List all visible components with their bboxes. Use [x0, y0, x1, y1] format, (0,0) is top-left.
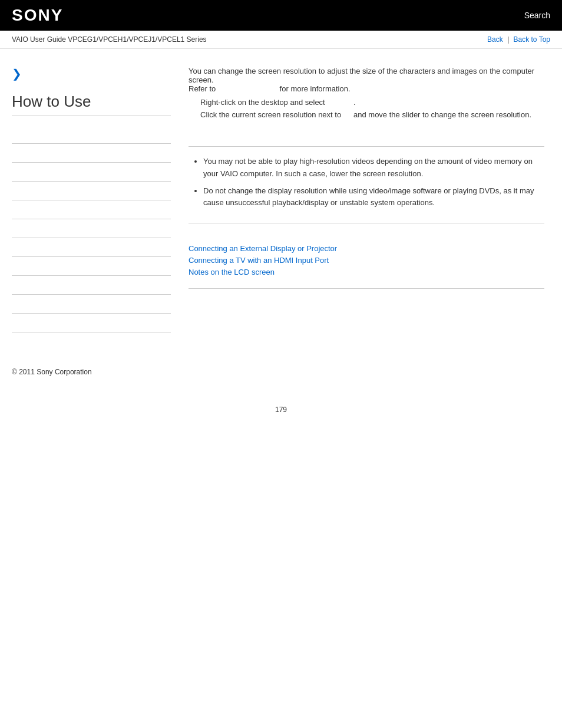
list-item	[12, 295, 171, 314]
list-item	[12, 182, 171, 200]
step2-suffix: and move the slider to change the screen…	[353, 110, 531, 119]
content-section: You can change the screen resolution to …	[189, 67, 544, 134]
step2-row: Click the current screen resolution next…	[189, 110, 544, 119]
list-item	[12, 163, 171, 182]
nav-bar: VAIO User Guide VPCEG1/VPCEH1/VPCEJ1/VPC…	[0, 31, 562, 49]
sidebar-arrow-icon[interactable]: ❯	[12, 67, 171, 81]
sidebar: ❯ How to Use	[0, 61, 183, 338]
notes-section: You may not be able to play high-resolut…	[189, 146, 544, 223]
back-link[interactable]: Back	[487, 35, 503, 44]
list-item: You may not be able to play high-resolut…	[203, 156, 544, 180]
search-button[interactable]: Search	[524, 11, 550, 20]
notes-list: You may not be able to play high-resolut…	[189, 156, 544, 209]
list-item	[12, 219, 171, 238]
step1-value: .	[353, 98, 356, 107]
refer-suffix: for more information.	[280, 84, 351, 93]
header: SONY Search	[0, 0, 562, 31]
list-item	[12, 144, 171, 163]
list-item: Do not change the display resolution whi…	[203, 185, 544, 210]
related-links-section: Connecting an External Display or Projec…	[189, 235, 544, 289]
list-item	[12, 257, 171, 276]
step2-label: Click the current screen resolution next…	[189, 110, 353, 119]
related-link-2[interactable]: Connecting a TV with an HDMI Input Port	[189, 256, 544, 265]
list-item	[12, 200, 171, 219]
page-number: 179	[0, 406, 562, 426]
sidebar-links	[12, 125, 171, 332]
sidebar-title: How to Use	[12, 93, 171, 116]
step1-label: Right-click on the desktop and select	[189, 98, 353, 107]
list-item	[12, 238, 171, 257]
content-area: You can change the screen resolution to …	[183, 61, 562, 338]
copyright-text: © 2011 Sony Corporation	[12, 368, 92, 376]
nav-separator: |	[507, 35, 511, 44]
footer: © 2011 Sony Corporation	[0, 350, 562, 382]
nav-links: Back | Back to Top	[487, 35, 550, 44]
back-to-top-label: Back	[513, 35, 529, 44]
list-item	[12, 125, 171, 144]
list-item	[12, 314, 171, 332]
intro-text: You can change the screen resolution to …	[189, 67, 544, 84]
back-to-top-link[interactable]: Back to Top	[513, 35, 550, 44]
list-item	[12, 276, 171, 295]
nav-title: VAIO User Guide VPCEG1/VPCEH1/VPCEJ1/VPC…	[12, 35, 207, 44]
main-container: ❯ How to Use You can change the screen r…	[0, 49, 562, 350]
back-to-top-suffix: to Top	[531, 35, 550, 44]
refer-prefix: Refer to	[189, 84, 216, 93]
related-link-1[interactable]: Connecting an External Display or Projec…	[189, 244, 544, 253]
sony-logo: SONY	[12, 6, 63, 25]
refer-row: Refer to for more information.	[189, 84, 544, 93]
step1-row: Right-click on the desktop and select .	[189, 98, 544, 107]
related-link-3[interactable]: Notes on the LCD screen	[189, 268, 544, 276]
